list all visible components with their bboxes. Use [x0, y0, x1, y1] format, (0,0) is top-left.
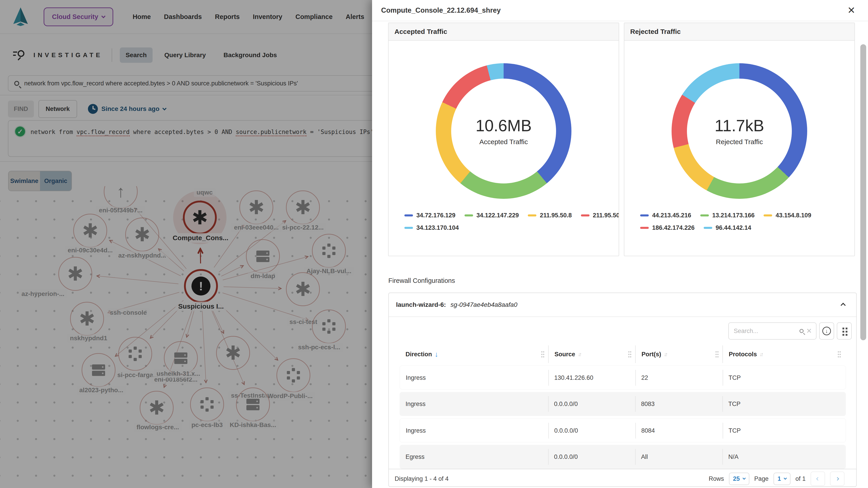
- detail-drawer: Compute_Console_22.12.694_shrey ✕ Accept…: [372, 0, 868, 488]
- page-select[interactable]: 1: [774, 473, 790, 485]
- table-cell: TCP: [723, 366, 845, 390]
- table-cell: N/A: [722, 445, 845, 469]
- table-body: Ingress130.41.226.6022TCPIngress0.0.0.0/…: [400, 365, 846, 469]
- page-label: Page: [754, 475, 769, 482]
- column-drag-handle[interactable]: [541, 351, 545, 358]
- legend-item[interactable]: 34.122.147.229: [465, 212, 519, 219]
- card-title: Accepted Traffic: [389, 23, 619, 41]
- column-header-direction[interactable]: Direction↓: [400, 346, 548, 363]
- table-cell: 8083: [635, 392, 722, 416]
- donut-center-value: 11.7kB: [715, 116, 764, 135]
- table-row[interactable]: Ingress0.0.0.0/08084TCP: [400, 418, 846, 442]
- legend-ip-label: 34.123.170.104: [416, 224, 459, 231]
- donut-ring: 10.6MBAccepted Traffic: [436, 63, 571, 199]
- rows-label: Rows: [709, 475, 724, 482]
- donut-chart: 10.6MBAccepted Traffic: [436, 63, 571, 199]
- column-header-source[interactable]: Source↓↑: [548, 346, 635, 363]
- table-cell: TCP: [723, 419, 845, 443]
- card-title: Rejected Traffic: [624, 23, 855, 41]
- table-footer: Displaying 1 - 4 of 4 Rows 25 Page 1 of …: [389, 469, 856, 488]
- chart-legend: 44.213.45.21613.214.173.16643.154.8.1091…: [640, 212, 855, 231]
- column-header-ports[interactable]: Port(s)↓↑: [635, 346, 722, 363]
- download-button[interactable]: ↓: [819, 322, 834, 339]
- collapse-button[interactable]: [841, 302, 845, 307]
- drawer-header: Compute_Console_22.12.694_shrey ✕: [372, 0, 868, 21]
- sort-icon[interactable]: ↓↑: [760, 351, 764, 357]
- legend-swatch: [764, 215, 772, 217]
- firewall-heading: Firewall Configurations: [388, 277, 455, 285]
- column-drag-handle[interactable]: [837, 351, 841, 358]
- legend-item[interactable]: 186.42.174.226: [640, 224, 694, 231]
- table-cell: 22: [636, 366, 723, 390]
- clear-search-icon[interactable]: ✕: [806, 328, 812, 334]
- donut-center: 10.6MBAccepted Traffic: [451, 78, 556, 184]
- column-label: Port(s): [642, 351, 661, 358]
- legend-item[interactable]: 13.214.173.166: [700, 212, 755, 219]
- legend-item[interactable]: 211.95.50.8: [528, 212, 572, 219]
- column-label: Source: [555, 351, 575, 358]
- table-row[interactable]: Ingress130.41.226.6022TCP: [400, 365, 846, 390]
- table-toolbar: Search... ✕ ↓: [389, 322, 852, 339]
- drawer-scrollbar[interactable]: [860, 44, 866, 340]
- legend-item[interactable]: 44.213.45.216: [640, 212, 691, 219]
- download-icon: ↓: [822, 327, 831, 335]
- chevron-right-icon: [835, 477, 839, 481]
- legend-ip-label: 34.122.147.229: [476, 212, 519, 219]
- table-row[interactable]: Egress0.0.0.0/0AllN/A: [400, 445, 846, 469]
- firewall-group-header[interactable]: launch-wizard-6: sg-0947ae4eb4a8aafa0: [389, 293, 856, 317]
- rows-per-page-value: 25: [733, 475, 740, 482]
- drawer-title: Compute_Console_22.12.694_shrey: [381, 6, 847, 14]
- legend-swatch: [640, 227, 649, 229]
- donut-ring: 11.7kBRejected Traffic: [672, 63, 807, 199]
- search-icon: [800, 329, 804, 333]
- table-cell: 0.0.0.0/0: [548, 445, 635, 469]
- legend-swatch: [404, 215, 413, 217]
- legend-swatch: [528, 215, 536, 217]
- column-settings-button[interactable]: [837, 322, 852, 339]
- legend-item[interactable]: 34.123.170.104: [404, 224, 459, 231]
- table-cell: Ingress: [400, 366, 548, 390]
- legend-swatch: [465, 215, 473, 217]
- donut-center-value: 10.6MB: [475, 116, 532, 135]
- sort-icon[interactable]: ↓↑: [578, 351, 582, 357]
- column-label: Direction: [405, 351, 432, 358]
- table-row[interactable]: Ingress0.0.0.0/08083TCP: [400, 392, 846, 416]
- firewall-table: Direction↓Source↓↑Port(s)↓↑Protocols↓↑ I…: [400, 346, 846, 469]
- table-cell: All: [635, 445, 722, 469]
- table-search-input[interactable]: Search... ✕: [728, 322, 816, 339]
- close-icon[interactable]: ✕: [847, 6, 855, 15]
- prev-page-button[interactable]: [811, 471, 825, 486]
- rows-per-page-select[interactable]: 25: [729, 473, 749, 485]
- table-cell: 8084: [636, 419, 723, 443]
- donut-center-label: Accepted Traffic: [479, 138, 528, 146]
- chevron-down-icon: [784, 477, 787, 480]
- traffic-cards-row: Accepted Traffic10.6MBAccepted Traffic34…: [388, 23, 855, 256]
- donut-chart: 11.7kBRejected Traffic: [672, 63, 807, 199]
- pagination-controls: Rows 25 Page 1 of 1: [709, 471, 844, 486]
- table-cell: 0.0.0.0/0: [548, 392, 635, 416]
- sort-icon[interactable]: ↓↑: [664, 351, 668, 357]
- legend-item[interactable]: 34.72.176.129: [404, 212, 456, 219]
- sort-desc-icon[interactable]: ↓: [435, 351, 438, 358]
- legend-ip-label: 96.44.142.14: [716, 224, 751, 231]
- legend-item[interactable]: 211.95.50.7: [581, 212, 619, 219]
- table-cell: 0.0.0.0/0: [548, 419, 636, 443]
- legend-ip-label: 43.154.8.109: [776, 212, 811, 219]
- legend-item[interactable]: 43.154.8.109: [764, 212, 811, 219]
- table-cell: 130.41.226.60: [548, 366, 636, 390]
- legend-ip-label: 44.213.45.216: [652, 212, 691, 219]
- firewall-card: launch-wizard-6: sg-0947ae4eb4a8aafa0 Se…: [388, 293, 857, 487]
- donut-center: 11.7kBRejected Traffic: [687, 78, 792, 184]
- legend-ip-label: 211.95.50.8: [540, 212, 572, 219]
- table-cell: Egress: [400, 445, 548, 469]
- legend-item[interactable]: 96.44.142.14: [704, 224, 751, 231]
- column-drag-handle[interactable]: [628, 351, 631, 358]
- next-page-button[interactable]: [830, 471, 844, 486]
- table-cell: Ingress: [400, 419, 548, 443]
- column-drag-handle[interactable]: [715, 351, 719, 358]
- legend-swatch: [704, 227, 712, 229]
- legend-swatch: [581, 215, 590, 217]
- table-header-row: Direction↓Source↓↑Port(s)↓↑Protocols↓↑: [400, 346, 846, 363]
- column-header-protocols[interactable]: Protocols↓↑: [722, 346, 845, 363]
- legend-swatch: [404, 227, 413, 229]
